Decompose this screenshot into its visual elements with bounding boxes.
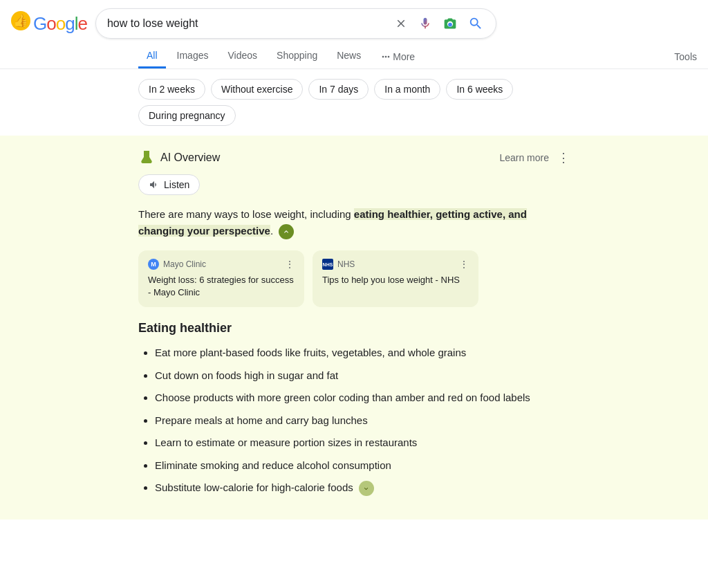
list-item: Eat more plant-based foods like fruits, … — [155, 345, 570, 361]
mayo-site-name: Mayo Clinic — [163, 259, 206, 269]
chevron-up-icon — [282, 228, 290, 236]
mayo-overflow[interactable]: ⋮ — [285, 259, 295, 270]
search-bar — [95, 8, 496, 39]
tab-news[interactable]: News — [328, 44, 369, 68]
nhs-site-info: NHS NHS — [322, 259, 355, 270]
tools-button[interactable]: Tools — [663, 46, 708, 68]
ai-overview-actions: Learn more ⋮ — [499, 150, 570, 165]
ai-overview-title: AI Overview — [160, 151, 220, 164]
search-bar-icons — [393, 15, 485, 33]
ai-overflow-menu[interactable]: ⋮ — [557, 150, 570, 165]
tab-images[interactable]: Images — [169, 44, 217, 68]
mayo-card-title: Weight loss: 6 strategies for success - … — [148, 274, 295, 299]
list-item: Eliminate smoking and reduce alcohol con… — [155, 458, 570, 474]
search-submit-button[interactable] — [467, 15, 485, 33]
google-thumb-icon: 👍 — [11, 11, 30, 30]
tab-all[interactable]: All — [138, 44, 166, 68]
header: 👍 Google — [0, 0, 708, 39]
ai-body-text: There are many ways to lose weight, incl… — [138, 206, 570, 239]
listen-button[interactable]: Listen — [138, 174, 200, 195]
chip-in2weeks[interactable]: In 2 weeks — [138, 79, 205, 100]
chevron-down-icon — [362, 485, 370, 493]
nav-tabs: All Images Videos Shopping News More Too… — [0, 39, 708, 69]
list-item: Prepare meals at home and carry bag lunc… — [155, 413, 570, 429]
tab-more[interactable]: More — [372, 46, 423, 68]
more-label: More — [393, 51, 415, 62]
expand-list-button[interactable] — [359, 481, 374, 496]
clear-button[interactable] — [393, 16, 409, 31]
nhs-overflow[interactable]: ⋮ — [459, 259, 469, 270]
list-item: Learn to estimate or measure portion siz… — [155, 435, 570, 451]
eating-healthier-list: Eat more plant-based foods like fruits, … — [138, 345, 570, 496]
tab-videos[interactable]: Videos — [219, 44, 266, 68]
nhs-favicon: NHS — [322, 259, 333, 270]
ai-body-end: . — [270, 225, 273, 237]
search-input[interactable] — [107, 17, 388, 30]
google-logo: 👍 Google — [11, 13, 87, 35]
camera-button[interactable] — [442, 15, 458, 32]
nhs-site-name: NHS — [337, 259, 355, 269]
ai-body-start: There are many ways to lose weight, incl… — [138, 208, 354, 220]
logo-text: Google — [33, 13, 87, 35]
collapse-button[interactable] — [279, 224, 294, 239]
eating-healthier-section: Eating healthier Eat more plant-based fo… — [138, 321, 570, 496]
ai-overview-section: AI Overview Learn more ⋮ Listen There ar… — [0, 136, 708, 520]
learn-more-link[interactable]: Learn more — [499, 152, 549, 163]
source-card-nhs[interactable]: NHS NHS ⋮ Tips to help you lose weight -… — [313, 250, 478, 307]
nhs-card-title: Tips to help you lose weight - NHS — [322, 274, 469, 286]
chip-in7days[interactable]: In 7 days — [308, 79, 369, 100]
mayo-site-info: M Mayo Clinic — [148, 259, 206, 270]
eating-healthier-heading: Eating healthier — [138, 321, 570, 336]
chip-in-a-month[interactable]: In a month — [374, 79, 440, 100]
source-cards: M Mayo Clinic ⋮ Weight loss: 6 strategie… — [138, 250, 570, 307]
mic-button[interactable] — [417, 15, 434, 32]
list-item: Cut down on foods high in sugar and fat — [155, 368, 570, 384]
source-card-mayo[interactable]: M Mayo Clinic ⋮ Weight loss: 6 strategie… — [138, 250, 304, 307]
svg-point-1 — [147, 158, 148, 160]
listen-label: Listen — [164, 179, 189, 190]
ai-overview-header: AI Overview Learn more ⋮ — [138, 149, 570, 166]
chip-in6weeks[interactable]: In 6 weeks — [446, 79, 513, 100]
svg-point-0 — [145, 160, 146, 161]
chip-during-pregnancy[interactable]: During pregnancy — [138, 105, 236, 126]
source-card-nhs-header: NHS NHS ⋮ — [322, 259, 469, 270]
filter-chips: In 2 weeks Without exercise In 7 days In… — [0, 69, 708, 136]
list-item-last: Substitute low-calorie for high-calorie … — [155, 480, 570, 496]
flask-icon — [138, 149, 155, 166]
mayo-favicon: M — [148, 259, 159, 270]
tab-shopping[interactable]: Shopping — [268, 44, 326, 68]
source-card-mayo-header: M Mayo Clinic ⋮ — [148, 259, 295, 270]
ai-title-area: AI Overview — [138, 149, 220, 166]
chip-without-exercise[interactable]: Without exercise — [211, 79, 303, 100]
list-item: Choose products with more green color co… — [155, 390, 570, 406]
speaker-icon — [149, 179, 160, 190]
